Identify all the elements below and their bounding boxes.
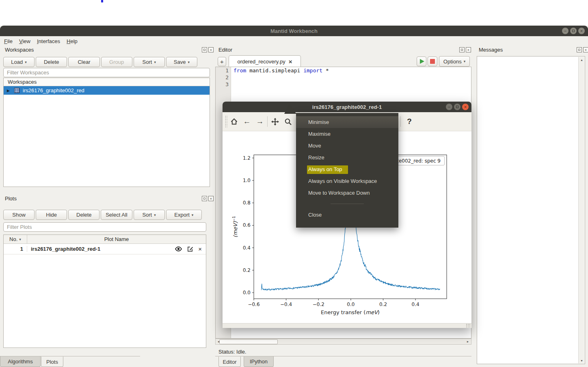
load-button[interactable]: Load▾ <box>3 57 35 67</box>
help-icon[interactable]: ? <box>403 117 416 126</box>
editor-dock-icons: × <box>459 47 471 52</box>
column-plot-name[interactable]: Plot Name <box>27 235 206 243</box>
plots-dock-icons: × <box>202 196 214 201</box>
dropdown-caret-icon: ▾ <box>154 60 156 64</box>
run-button[interactable] <box>417 56 426 66</box>
tab-editor[interactable]: Editor <box>218 356 241 367</box>
expand-arrow-icon[interactable]: ▶ <box>7 89 11 93</box>
menu-item-always-on-top[interactable]: Always on Top <box>296 163 398 175</box>
menu-item-minimise[interactable]: Minimise <box>296 116 398 128</box>
menu-item-move-to-workspace-down[interactable]: Move to Workspace Down <box>296 187 398 199</box>
tab-plots[interactable]: Plots <box>41 356 63 367</box>
tab-ordered-recovery[interactable]: ordered_recovery.py × <box>229 55 301 67</box>
scroll-right-icon[interactable]: ► <box>465 339 471 344</box>
close-panel-icon[interactable]: × <box>466 47 471 52</box>
export-button[interactable]: Export▾ <box>166 210 202 220</box>
line-number: 3 <box>216 81 231 88</box>
maximize-icon[interactable] <box>454 104 460 110</box>
plot-window-title: irs26176_graphite002_red-1 <box>312 104 382 110</box>
tab-ipython[interactable]: IPython <box>244 356 274 367</box>
main-titlebar[interactable]: Mantid Workbench − × <box>0 26 588 36</box>
workspaces-tree-header[interactable]: Workspaces <box>4 78 210 86</box>
column-no[interactable]: No. ▾ <box>4 235 27 243</box>
float-panel-icon[interactable] <box>202 196 207 201</box>
sort-button[interactable]: Sort▾ <box>134 57 165 67</box>
svg-text:0.0: 0.0 <box>243 290 251 295</box>
matrix-workspace-icon <box>14 88 19 93</box>
messages-scrollbar[interactable]: ▲ ▼ <box>578 57 584 363</box>
minimize-icon[interactable]: − <box>562 28 569 34</box>
highlight-marker: Always on Top <box>307 165 348 174</box>
code-line-1: from mantid.simpleapi import * <box>233 67 329 74</box>
delete-plots-button[interactable]: Delete <box>68 210 99 220</box>
float-panel-icon[interactable] <box>459 47 465 52</box>
minimize-icon[interactable]: − <box>446 104 452 110</box>
clear-button[interactable]: Clear <box>68 57 99 67</box>
close-panel-icon[interactable]: × <box>208 47 214 52</box>
show-button[interactable]: Show <box>3 210 35 220</box>
scroll-down-icon[interactable]: ▼ <box>579 358 585 363</box>
svg-text:1.2: 1.2 <box>243 155 251 161</box>
dropdown-caret-icon: ▾ <box>188 60 190 64</box>
messages-dock-icons: × <box>577 47 588 52</box>
dropdown-caret-icon: ▾ <box>192 213 194 217</box>
code-line-3 <box>233 81 329 88</box>
close-plot-icon[interactable]: × <box>198 246 202 252</box>
pan-icon[interactable] <box>268 115 281 128</box>
svg-text:0.2: 0.2 <box>379 302 387 307</box>
filter-workspaces-input[interactable] <box>3 68 210 77</box>
menu-help[interactable]: Help <box>67 38 78 44</box>
close-panel-icon[interactable]: × <box>583 47 588 52</box>
visibility-eye-icon[interactable] <box>175 246 182 252</box>
status-bar: Status: Idle. <box>218 349 246 355</box>
save-button[interactable]: Save▾ <box>166 57 197 67</box>
scrollbar-thumb[interactable] <box>219 339 278 344</box>
svg-text:0.2: 0.2 <box>243 267 251 273</box>
float-panel-icon[interactable] <box>577 47 582 52</box>
menu-item-always-on-visible-workspace[interactable]: Always on Visible Workspace <box>296 175 398 187</box>
menu-item-resize[interactable]: Resize <box>296 152 398 163</box>
select-all-button[interactable]: Select All <box>101 210 132 220</box>
options-button[interactable]: Options ▾ <box>439 56 470 67</box>
close-icon[interactable]: × <box>578 28 585 34</box>
group-button[interactable]: Group <box>101 57 132 67</box>
forward-icon[interactable]: → <box>253 115 266 128</box>
stop-button[interactable] <box>428 56 437 66</box>
tab-algorithms[interactable]: Algorithms <box>0 356 41 367</box>
delete-button[interactable]: Delete <box>36 57 67 67</box>
workspace-item[interactable]: ▶ irs26176_graphite002_red <box>4 86 210 95</box>
editor-dock-tabbar: Editor IPython <box>215 356 471 367</box>
plot-window-controls: − × <box>446 104 469 110</box>
home-icon[interactable] <box>227 115 240 128</box>
tab-close-icon[interactable]: × <box>289 59 292 65</box>
zoom-icon[interactable] <box>281 115 294 128</box>
toolbar-separator <box>400 116 401 127</box>
close-icon[interactable]: × <box>462 104 469 110</box>
plots-panel-title: Plots <box>5 195 17 203</box>
menu-file[interactable]: File <box>4 38 13 44</box>
menu-item-maximise[interactable]: Maximise <box>296 128 398 140</box>
menu-item-move[interactable]: Move <box>296 140 398 152</box>
workspaces-panel-title: Workspaces <box>5 47 34 54</box>
menu-interfaces[interactable]: Interfaces <box>37 38 60 44</box>
menu-view[interactable]: View <box>19 38 30 44</box>
new-tab-button[interactable]: + <box>218 57 226 66</box>
resize-grip-icon[interactable] <box>466 324 471 328</box>
hide-button[interactable]: Hide <box>36 210 67 220</box>
table-row[interactable]: 1 irs26176_graphite002_red-1 × <box>4 244 206 254</box>
maximize-icon[interactable] <box>570 28 577 34</box>
plot-name: irs26176_graphite002_red-1 <box>27 246 175 252</box>
menu-item-close[interactable]: Close <box>296 209 398 221</box>
dropdown-caret-icon: ▾ <box>25 60 27 64</box>
filter-plots-input[interactable] <box>3 222 206 232</box>
workspaces-toolbar: Load▾ Delete Clear Group Sort▾ Save▾ <box>3 57 197 67</box>
back-icon[interactable]: ← <box>240 115 253 128</box>
float-panel-icon[interactable] <box>202 47 207 52</box>
close-panel-icon[interactable]: × <box>208 196 214 201</box>
plot-window-titlebar[interactable]: irs26176_graphite002_red-1 − × <box>223 102 471 112</box>
edit-icon[interactable] <box>187 246 193 252</box>
plot-window-statusbar <box>223 323 471 328</box>
sort-plots-button[interactable]: Sort▾ <box>134 210 165 220</box>
editor-horizontal-scrollbar[interactable]: ◄ ► <box>215 339 471 345</box>
scroll-up-icon[interactable]: ▲ <box>579 57 585 63</box>
